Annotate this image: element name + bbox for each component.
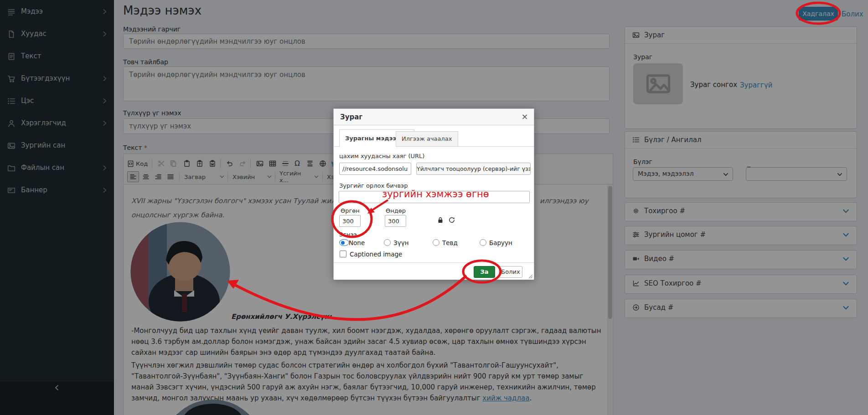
align-option-label: Зүүн: [393, 239, 408, 246]
resize-grip[interactable]: [528, 274, 533, 279]
align-option-label: Баруун: [489, 239, 512, 246]
captioned-image-checkbox[interactable]: [340, 251, 346, 257]
tab-upload[interactable]: Илгээж ачаалах: [396, 131, 458, 147]
captioned-image-label: Captioned image: [350, 251, 402, 258]
ok-button[interactable]: За: [474, 266, 495, 278]
width-label: Өргөн: [341, 207, 360, 214]
align-radio-left[interactable]: [384, 239, 391, 246]
browse-server-button[interactable]: Үйлчлэгч тооцоолуур (сервэр)-ийг үзэх: [416, 163, 531, 175]
close-icon[interactable]: ×: [520, 112, 529, 121]
alt-text-label: Зургийг орлох бичвэр: [339, 182, 408, 189]
align-radio-right[interactable]: [480, 239, 486, 246]
width-input[interactable]: [339, 215, 361, 227]
dialog-footer: За Болих: [334, 262, 534, 280]
url-label: цахим хуудасны хаяг (URL): [339, 153, 424, 159]
dialog-title: Зураг: [340, 113, 362, 121]
align-option-label: None: [349, 239, 365, 246]
dialog-tabs: Зурагны мэдээлэл Илгээж ачаалах: [334, 129, 534, 147]
align-radio-center[interactable]: [433, 239, 439, 246]
url-input[interactable]: [339, 163, 411, 175]
image-dialog: Зураг × Зурагны мэдээлэл Илгээж ачаалах …: [333, 108, 534, 279]
align-option-label: Тевд: [442, 239, 458, 246]
align-label: Эгнээ: [339, 231, 357, 238]
dialog-cancel-button[interactable]: Болих: [499, 266, 522, 278]
dialog-header[interactable]: Зураг ×: [334, 109, 534, 125]
alt-text-input[interactable]: [339, 191, 530, 203]
lock-ratio-icon[interactable]: [437, 216, 444, 224]
align-radio-none[interactable]: [339, 239, 349, 246]
reset-size-icon[interactable]: [448, 216, 455, 224]
height-label: Өндөр: [386, 207, 406, 214]
height-input[interactable]: [385, 215, 406, 227]
